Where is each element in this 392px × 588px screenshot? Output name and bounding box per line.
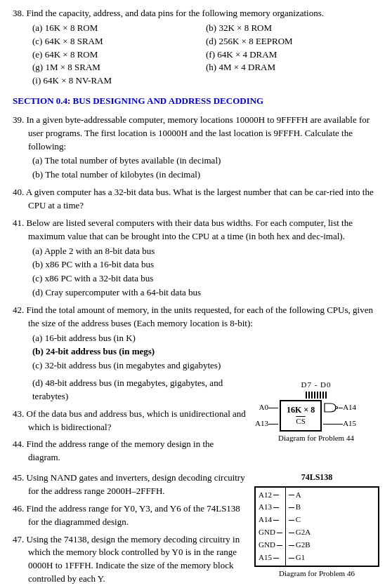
ls138-pin-a12: A12 [259, 490, 282, 501]
ls138-right-pins: A B C G2A G2B [286, 488, 313, 566]
q41-body: Below are listed several computers with … [27, 218, 353, 241]
diagram46-caption: Diagram for Problem 46 [254, 568, 379, 580]
question-42-d: (d) 48-bit address bus (in megabytes, gi… [13, 377, 246, 403]
q43-number: 43. [13, 408, 24, 419]
chip44-container: D7 - D0 A0 [253, 380, 379, 444]
question-42: 42. Find the total amount of memory, in … [13, 304, 379, 373]
ls138-a12: A12 [259, 490, 272, 501]
q39-text: 39. In a given byte-addressable computer… [13, 114, 379, 154]
ls138-r-g2b: G2B [289, 540, 311, 551]
q42-text: 42. Find the total amount of memory, in … [13, 304, 379, 330]
q41-text: 41. Below are listed several computers w… [13, 217, 379, 243]
chip44-a0-pin: A0 [253, 402, 278, 413]
bus-line-2 [308, 392, 310, 399]
diagram-44: D7 - D0 A0 [253, 377, 379, 444]
bus-line-3 [311, 392, 313, 399]
ls138-line-a13 [273, 507, 279, 508]
q39-number: 39. [13, 114, 24, 125]
q38-text: 38. Find the capacity, address, and data… [13, 7, 379, 20]
q43-q44-left: (d) 48-bit address bus (in megabytes, gi… [13, 377, 246, 469]
ls138-rline-g2a [289, 533, 294, 533]
ls138-left-pins: A12 A13 A14 GND GND [256, 488, 286, 566]
q47-body: Using the 74138, design the memory decod… [27, 534, 240, 584]
question-45: 45. Using NAND gates and inverters, desi… [13, 472, 247, 498]
ls138-label-b: B [296, 502, 301, 513]
q46-number: 46. [13, 503, 24, 514]
q41-number: 41. [13, 218, 24, 228]
q40-number: 40. [13, 187, 24, 197]
q38-a: (a) 16K × 8 ROM [32, 22, 206, 35]
chip44-chip-label: 16K × 8 [287, 404, 315, 416]
ls138-pin-gnd-g2b: GND [259, 540, 282, 551]
q38-col-left: (a) 16K × 8 ROM (c) 64K × 8 SRAM (e) 64K… [32, 22, 206, 88]
ls138-rline-g2b [289, 545, 294, 546]
q42-a: (a) 16-bit address bus (in K) [32, 332, 379, 345]
q45-text: 45. Using NAND gates and inverters, desi… [13, 472, 247, 498]
q46-body: Find the address range for Y0, Y3, and Y… [27, 503, 240, 527]
chip44-a13-pin: A13 [253, 418, 278, 429]
chip44-a0-label: A0 [253, 402, 268, 413]
ls138-a14: A14 [259, 514, 272, 526]
q45-q47-left: 45. Using NAND gates and inverters, desi… [13, 472, 247, 588]
q42-b: (b) 24-bit address bus (in megs) [32, 345, 379, 359]
ls138-pin-gnd-g2a: GND [259, 527, 282, 538]
ls138-rline-g1 [289, 558, 294, 559]
q45-body: Using NAND gates and inverters, design d… [27, 472, 245, 496]
chip44-left-pins: A0 A13 [253, 400, 280, 432]
diagram-46: 74LS138 A12 A13 A14 GND [254, 472, 379, 580]
q38-g: (g) 1M × 8 SRAM [32, 61, 206, 74]
q39-body: In a given byte-addressable computer, me… [27, 114, 370, 152]
ls138-gnd-g2b: GND [259, 540, 275, 551]
chip44-a13-line [268, 424, 278, 425]
q42-number: 42. [13, 305, 24, 315]
ls138-r-g2a: G2A [289, 527, 311, 538]
q43-text: 43. Of the data bus and address bus, whi… [13, 408, 246, 434]
q42-d: (d) 48-bit address bus (in megabytes, gi… [32, 377, 246, 403]
question-39: 39. In a given byte-addressable computer… [13, 114, 379, 182]
ls138-label-c: C [296, 514, 301, 526]
q38-h: (h) 4M × 4 DRAM [206, 61, 379, 74]
chip44-chip-body: 16K × 8 CS [280, 400, 322, 432]
ls138-line-a15 [273, 558, 279, 559]
q44-number: 44. [13, 439, 24, 449]
ls138-rline-a [289, 495, 294, 495]
q38-c: (c) 64K × 8 SRAM [32, 35, 206, 48]
q46-text: 46. Find the address range for Y0, Y3, a… [13, 502, 247, 529]
svg-point-0 [336, 407, 338, 409]
ls138-rline-b [289, 507, 294, 508]
ls138-r-g1: G1 [289, 552, 311, 563]
bus-line-6 [320, 392, 321, 399]
q39-a: (a) The total number of bytes available … [32, 154, 379, 168]
section-header: SECTION 0.4: BUS DESIGNING AND ADDRESS D… [13, 95, 379, 108]
question-47: 47. Using the 74138, design the memory d… [13, 533, 247, 586]
q41-c: (c) x86 PC with a 32-bit data bus [32, 272, 379, 286]
q44-body: Find the address range of the memory des… [27, 439, 214, 462]
ls138-pin-a13: A13 [259, 502, 282, 513]
q40-text: 40. A given computer has a 32-bit data b… [13, 186, 379, 213]
chip44-right-pins: A14 A15 [322, 400, 356, 432]
q41-b: (b) x86 PC with a 16-bit data bus [32, 258, 379, 272]
q38-i: (i) 64K × 8 NV-RAM [32, 74, 206, 88]
ls138-a15: A15 [259, 552, 272, 563]
ls138-line-gnd-g2a [277, 533, 282, 533]
q38-d: (d) 256K × 8 EEPROM [206, 35, 379, 48]
question-44: 44. Find the address range of the memory… [13, 438, 246, 465]
chip44-body-row: A0 A13 16K × 8 CS [253, 400, 379, 432]
diagram44-caption: Diagram for Problem 44 [253, 433, 379, 444]
ls138-label-g1: G1 [296, 552, 305, 563]
chip44-a15-label: A15 [343, 418, 356, 429]
q40-body: A given computer has a 32-bit data bus. … [26, 187, 374, 211]
ls138-r-a: A [289, 490, 311, 501]
chip44-cs-overline: CS [296, 417, 305, 425]
q47-number: 47. [13, 534, 24, 544]
ls138-label-g2a: G2A [296, 527, 311, 538]
ls138-line-gnd-g2b [277, 545, 282, 546]
q43-q44-row: (d) 48-bit address bus (in megabytes, gi… [13, 377, 379, 469]
q45-q46-q47-row: 45. Using NAND gates and inverters, desi… [13, 472, 379, 588]
ls138-title: 74LS138 [254, 472, 379, 483]
ls138-gnd-g2a: GND [259, 527, 275, 538]
q38-f: (f) 64K × 4 DRAM [206, 48, 379, 62]
q41-a: (a) Apple 2 with an 8-bit data bus [32, 245, 379, 258]
q38-b: (b) 32K × 8 ROM [206, 22, 379, 35]
q38-items: (a) 16K × 8 ROM (c) 64K × 8 SRAM (e) 64K… [32, 22, 379, 88]
